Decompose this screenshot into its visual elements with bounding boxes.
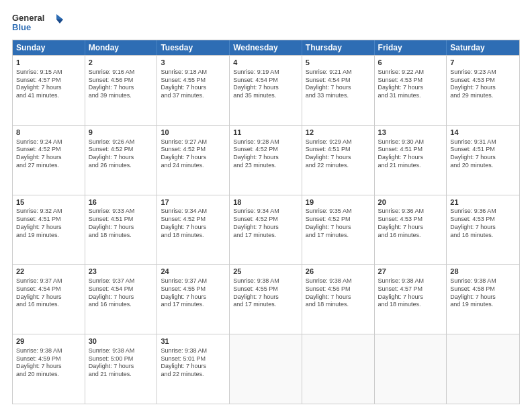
- calendar-day-26: 26Sunrise: 9:38 AMSunset: 4:56 PMDayligh…: [302, 265, 375, 334]
- day-number: 14: [450, 128, 516, 138]
- header-day-friday: Friday: [375, 40, 447, 55]
- calendar-day-23: 23Sunrise: 9:37 AMSunset: 4:54 PMDayligh…: [85, 265, 158, 334]
- day-info: Sunrise: 9:38 AMSunset: 4:57 PMDaylight:…: [378, 277, 443, 309]
- day-number: 23: [89, 267, 154, 277]
- day-info: Sunrise: 9:32 AMSunset: 4:51 PMDaylight:…: [16, 208, 81, 239]
- svg-text:Blue: Blue: [12, 22, 31, 32]
- day-info: Sunrise: 9:36 AMSunset: 4:53 PMDaylight:…: [450, 208, 516, 239]
- calendar-week-2: 8Sunrise: 9:24 AMSunset: 4:52 PMDaylight…: [13, 125, 519, 195]
- day-number: 2: [89, 58, 154, 68]
- calendar-day-11: 11Sunrise: 9:28 AMSunset: 4:52 PMDayligh…: [230, 126, 302, 195]
- calendar-day-28: 28Sunrise: 9:38 AMSunset: 4:58 PMDayligh…: [447, 265, 519, 334]
- calendar-day-2: 2Sunrise: 9:16 AMSunset: 4:56 PMDaylight…: [85, 56, 158, 125]
- day-number: 18: [233, 197, 298, 208]
- day-info: Sunrise: 9:34 AMSunset: 4:52 PMDaylight:…: [233, 208, 298, 239]
- header-day-saturday: Saturday: [447, 40, 519, 55]
- header-day-wednesday: Wednesday: [230, 40, 302, 55]
- header-day-tuesday: Tuesday: [157, 40, 230, 55]
- calendar-empty-cell: [230, 334, 302, 404]
- page: General Blue SundayMondayTuesdayWednesda…: [0, 0, 532, 411]
- day-info: Sunrise: 9:38 AMSunset: 4:56 PMDaylight:…: [306, 277, 371, 309]
- day-info: Sunrise: 9:26 AMSunset: 4:52 PMDaylight:…: [89, 138, 154, 170]
- svg-marker-3: [56, 19, 63, 24]
- day-info: Sunrise: 9:38 AMSunset: 5:01 PMDaylight:…: [161, 347, 226, 379]
- calendar-day-24: 24Sunrise: 9:37 AMSunset: 4:55 PMDayligh…: [157, 265, 230, 334]
- day-number: 12: [306, 128, 371, 138]
- calendar-day-10: 10Sunrise: 9:27 AMSunset: 4:52 PMDayligh…: [157, 126, 230, 195]
- calendar-day-20: 20Sunrise: 9:36 AMSunset: 4:53 PMDayligh…: [375, 195, 447, 265]
- day-info: Sunrise: 9:33 AMSunset: 4:51 PMDaylight:…: [89, 208, 154, 239]
- header-day-monday: Monday: [85, 40, 158, 55]
- calendar-day-14: 14Sunrise: 9:31 AMSunset: 4:51 PMDayligh…: [447, 126, 519, 195]
- logo-icon: General Blue: [12, 10, 73, 34]
- day-info: Sunrise: 9:34 AMSunset: 4:52 PMDaylight:…: [161, 208, 226, 239]
- calendar-day-30: 30Sunrise: 9:38 AMSunset: 5:00 PMDayligh…: [85, 334, 158, 404]
- day-info: Sunrise: 9:37 AMSunset: 4:54 PMDaylight:…: [89, 277, 154, 309]
- svg-marker-2: [56, 14, 63, 19]
- calendar-day-7: 7Sunrise: 9:23 AMSunset: 4:53 PMDaylight…: [447, 56, 519, 125]
- day-number: 13: [378, 128, 443, 138]
- day-info: Sunrise: 9:19 AMSunset: 4:54 PMDaylight:…: [233, 68, 298, 100]
- calendar-day-22: 22Sunrise: 9:37 AMSunset: 4:54 PMDayligh…: [13, 265, 85, 334]
- day-number: 10: [161, 128, 226, 138]
- day-info: Sunrise: 9:38 AMSunset: 4:55 PMDaylight:…: [233, 277, 298, 309]
- day-number: 9: [89, 128, 154, 138]
- day-info: Sunrise: 9:16 AMSunset: 4:56 PMDaylight:…: [89, 68, 154, 100]
- calendar-empty-cell: [447, 334, 519, 404]
- header-day-thursday: Thursday: [302, 40, 375, 55]
- day-number: 30: [89, 336, 154, 347]
- calendar-day-3: 3Sunrise: 9:18 AMSunset: 4:55 PMDaylight…: [157, 56, 230, 125]
- day-number: 19: [306, 197, 371, 208]
- calendar-day-16: 16Sunrise: 9:33 AMSunset: 4:51 PMDayligh…: [85, 195, 158, 265]
- day-number: 27: [378, 267, 443, 277]
- day-info: Sunrise: 9:18 AMSunset: 4:55 PMDaylight:…: [161, 68, 226, 100]
- calendar-day-31: 31Sunrise: 9:38 AMSunset: 5:01 PMDayligh…: [157, 334, 230, 404]
- calendar-week-1: 1Sunrise: 9:15 AMSunset: 4:57 PMDaylight…: [13, 55, 519, 125]
- calendar-day-29: 29Sunrise: 9:38 AMSunset: 4:59 PMDayligh…: [13, 334, 85, 404]
- calendar-day-12: 12Sunrise: 9:29 AMSunset: 4:51 PMDayligh…: [302, 126, 375, 195]
- calendar-day-8: 8Sunrise: 9:24 AMSunset: 4:52 PMDaylight…: [13, 126, 85, 195]
- day-number: 21: [450, 197, 516, 208]
- calendar-day-19: 19Sunrise: 9:35 AMSunset: 4:52 PMDayligh…: [302, 195, 375, 265]
- calendar-body: 1Sunrise: 9:15 AMSunset: 4:57 PMDaylight…: [13, 55, 519, 404]
- calendar-day-5: 5Sunrise: 9:21 AMSunset: 4:54 PMDaylight…: [302, 56, 375, 125]
- calendar-day-21: 21Sunrise: 9:36 AMSunset: 4:53 PMDayligh…: [447, 195, 519, 265]
- day-number: 22: [16, 267, 81, 277]
- day-info: Sunrise: 9:37 AMSunset: 4:54 PMDaylight:…: [16, 277, 81, 309]
- day-number: 17: [161, 197, 226, 208]
- day-info: Sunrise: 9:27 AMSunset: 4:52 PMDaylight:…: [161, 138, 226, 170]
- day-number: 29: [16, 336, 81, 347]
- day-info: Sunrise: 9:37 AMSunset: 4:55 PMDaylight:…: [161, 277, 226, 309]
- calendar-empty-cell: [375, 334, 447, 404]
- logo: General Blue: [12, 10, 73, 34]
- day-number: 31: [161, 336, 226, 347]
- day-info: Sunrise: 9:28 AMSunset: 4:52 PMDaylight:…: [233, 138, 298, 170]
- header: General Blue: [12, 10, 520, 34]
- day-number: 15: [16, 197, 81, 208]
- day-number: 4: [233, 58, 298, 68]
- header-day-sunday: Sunday: [13, 40, 85, 55]
- day-number: 28: [450, 267, 516, 277]
- calendar-day-1: 1Sunrise: 9:15 AMSunset: 4:57 PMDaylight…: [13, 56, 85, 125]
- day-info: Sunrise: 9:15 AMSunset: 4:57 PMDaylight:…: [16, 68, 81, 100]
- calendar-day-17: 17Sunrise: 9:34 AMSunset: 4:52 PMDayligh…: [157, 195, 230, 265]
- calendar: SundayMondayTuesdayWednesdayThursdayFrid…: [12, 40, 520, 404]
- calendar-day-9: 9Sunrise: 9:26 AMSunset: 4:52 PMDaylight…: [85, 126, 158, 195]
- day-number: 26: [306, 267, 371, 277]
- calendar-day-4: 4Sunrise: 9:19 AMSunset: 4:54 PMDaylight…: [230, 56, 302, 125]
- day-number: 3: [161, 58, 226, 68]
- calendar-day-18: 18Sunrise: 9:34 AMSunset: 4:52 PMDayligh…: [230, 195, 302, 265]
- day-info: Sunrise: 9:38 AMSunset: 4:58 PMDaylight:…: [450, 277, 516, 309]
- calendar-day-13: 13Sunrise: 9:30 AMSunset: 4:51 PMDayligh…: [375, 126, 447, 195]
- calendar-week-4: 22Sunrise: 9:37 AMSunset: 4:54 PMDayligh…: [13, 264, 519, 334]
- day-info: Sunrise: 9:29 AMSunset: 4:51 PMDaylight:…: [306, 138, 371, 170]
- day-info: Sunrise: 9:38 AMSunset: 4:59 PMDaylight:…: [16, 347, 81, 379]
- day-number: 24: [161, 267, 226, 277]
- day-number: 16: [89, 197, 154, 208]
- calendar-week-3: 15Sunrise: 9:32 AMSunset: 4:51 PMDayligh…: [13, 195, 519, 265]
- day-number: 20: [378, 197, 443, 208]
- day-number: 25: [233, 267, 298, 277]
- day-info: Sunrise: 9:24 AMSunset: 4:52 PMDaylight:…: [16, 138, 81, 170]
- day-number: 1: [16, 58, 81, 68]
- day-number: 11: [233, 128, 298, 138]
